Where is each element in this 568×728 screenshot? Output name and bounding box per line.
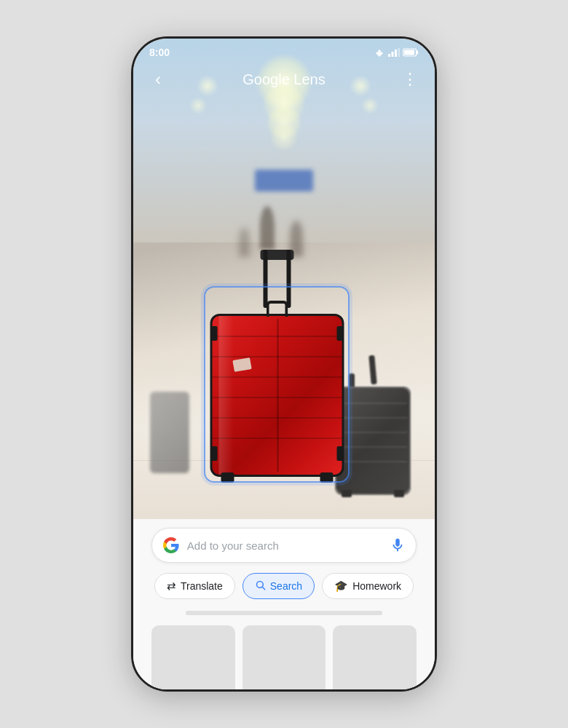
camera-area xyxy=(133,39,435,519)
skeleton-card-3 xyxy=(333,625,417,692)
svg-rect-9 xyxy=(404,50,414,55)
translate-chip[interactable]: ⇄ Translate xyxy=(154,573,235,599)
signal-icon xyxy=(388,48,400,57)
back-button[interactable]: ‹ xyxy=(145,66,171,92)
status-bar: 8:00 xyxy=(133,39,435,62)
search-icon xyxy=(255,579,266,593)
wheel-front-right xyxy=(320,472,334,483)
search-label: Search xyxy=(270,580,302,592)
skeleton-card-2 xyxy=(242,625,326,692)
skeleton-bar xyxy=(186,611,382,615)
svg-rect-4 xyxy=(392,52,394,57)
bottom-panel: Add to your search ⇄ Translate Search 🎓 xyxy=(133,519,435,692)
battery-icon xyxy=(403,48,419,57)
svg-rect-8 xyxy=(417,51,419,55)
skeleton-cards xyxy=(151,625,417,692)
svg-line-11 xyxy=(262,587,265,590)
search-placeholder-text: Add to your search xyxy=(187,539,382,552)
search-bar[interactable]: Add to your search xyxy=(151,528,417,563)
google-logo xyxy=(162,537,180,554)
translate-label: Translate xyxy=(181,580,223,592)
translate-icon: ⇄ xyxy=(167,579,176,593)
top-bar: ‹ Google Lens ⋮ xyxy=(133,62,435,97)
skeleton-card-1 xyxy=(151,625,235,692)
suitcase-body xyxy=(212,315,343,475)
more-options-button[interactable]: ⋮ xyxy=(397,66,423,92)
status-icons xyxy=(374,48,419,57)
wifi-icon xyxy=(374,48,385,57)
svg-rect-6 xyxy=(398,48,401,57)
action-chips: ⇄ Translate Search 🎓 Homework xyxy=(154,573,414,599)
homework-icon: 🎓 xyxy=(334,579,348,593)
svg-rect-3 xyxy=(388,54,390,57)
suitcase-top-handle xyxy=(267,301,288,317)
suitcase-wheels xyxy=(208,470,347,483)
phone-frame: 8:00 ‹ Googl xyxy=(131,36,437,692)
mic-icon[interactable] xyxy=(390,537,406,553)
svg-rect-5 xyxy=(395,50,397,57)
search-chip[interactable]: Search xyxy=(242,573,315,599)
left-suitcase xyxy=(148,388,192,475)
status-time: 8:00 xyxy=(149,47,170,58)
homework-chip[interactable]: 🎓 Homework xyxy=(322,573,414,599)
homework-label: Homework xyxy=(352,580,401,592)
main-suitcase xyxy=(208,301,347,483)
wheel-front-left xyxy=(221,472,234,483)
app-title: Google Lens xyxy=(242,71,325,88)
